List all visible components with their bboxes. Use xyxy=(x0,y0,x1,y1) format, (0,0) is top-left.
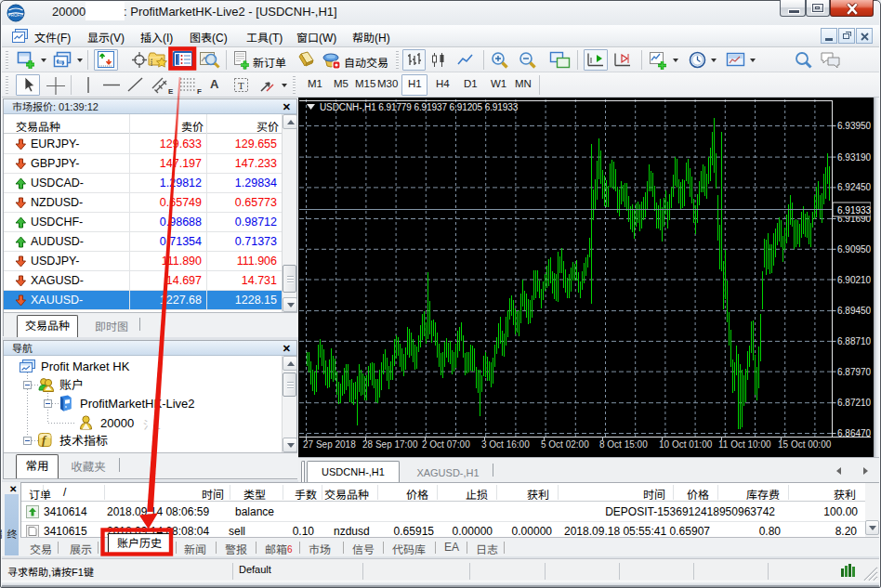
svg-text:6.86470: 6.86470 xyxy=(837,428,871,438)
svg-text:3 Oct 16:00: 3 Oct 16:00 xyxy=(481,439,530,450)
svg-text:10 Oct 01:00: 10 Oct 01:00 xyxy=(659,439,713,450)
svg-text:USDCNH-,H1 6.91779 6.91937 6.: USDCNH-,H1 6.91779 6.91937 6.91205 6.919… xyxy=(320,102,519,112)
svg-text:6.90210: 6.90210 xyxy=(837,275,871,285)
svg-text:28 Sep 17:00: 28 Sep 17:00 xyxy=(362,439,418,450)
svg-text:T: T xyxy=(238,80,244,91)
svg-text:2 Oct 07:00: 2 Oct 07:00 xyxy=(422,439,470,450)
svg-text:27 Sep 2018: 27 Sep 2018 xyxy=(303,439,356,450)
svg-text:6.92450: 6.92450 xyxy=(837,182,871,192)
svg-text:6.89450: 6.89450 xyxy=(837,306,871,316)
svg-text:15 Oct 00:00: 15 Oct 00:00 xyxy=(778,439,832,450)
svg-text:PROFIT: PROFIT xyxy=(8,13,24,18)
svg-text:6.88710: 6.88710 xyxy=(837,336,871,346)
svg-text:6.90950: 6.90950 xyxy=(837,244,871,255)
svg-text:6.93190: 6.93190 xyxy=(837,152,871,163)
svg-text:6.93950: 6.93950 xyxy=(837,121,871,131)
svg-text:8 Oct 15:00: 8 Oct 15:00 xyxy=(599,439,648,450)
svg-text:6.87210: 6.87210 xyxy=(837,398,871,408)
svg-text:6.91933: 6.91933 xyxy=(837,205,871,216)
svg-text:F: F xyxy=(197,87,202,96)
svg-text:6.87970: 6.87970 xyxy=(837,367,871,377)
svg-text:5 Oct 02:00: 5 Oct 02:00 xyxy=(541,439,589,450)
svg-text:E: E xyxy=(168,87,174,96)
svg-text:11 Oct 10:00: 11 Oct 10:00 xyxy=(718,439,771,450)
